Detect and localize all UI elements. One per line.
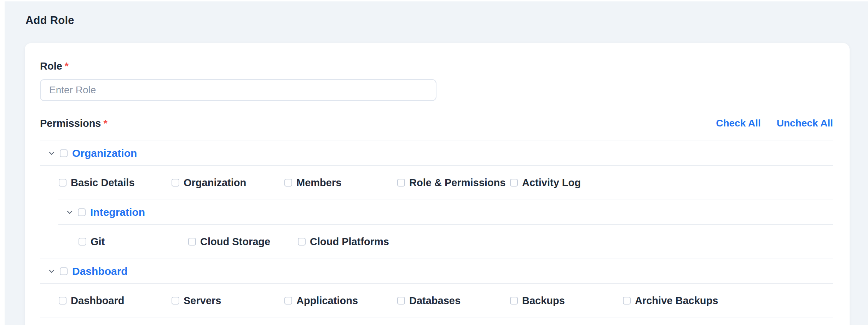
permission-item[interactable]: Basic Details <box>59 177 172 189</box>
permission-group-row: Dashboard <box>40 259 833 283</box>
permission-item[interactable]: Activity Log <box>510 177 623 189</box>
permission-checkbox[interactable] <box>172 179 179 187</box>
permission-label: Dashboard <box>71 295 124 307</box>
permission-group-row: Organization <box>40 141 833 165</box>
permissions-actions: Check All Uncheck All <box>716 118 833 129</box>
permission-label: Databases <box>409 295 461 307</box>
permission-checkbox[interactable] <box>59 297 66 305</box>
permission-item[interactable]: Git <box>79 236 188 248</box>
permission-checkbox[interactable] <box>510 297 518 305</box>
permission-checkbox[interactable] <box>172 297 179 305</box>
permission-checkbox[interactable] <box>298 238 306 246</box>
chevron-down-icon[interactable] <box>65 208 74 217</box>
permission-label: Basic Details <box>71 177 135 189</box>
permissions-tree: OrganizationBasic DetailsOrganizationMem… <box>40 141 833 325</box>
permission-checkbox[interactable] <box>397 179 405 187</box>
permission-label: Role & Permissions <box>409 177 505 189</box>
permission-item[interactable]: Archive Backups <box>623 295 736 307</box>
permission-items-row: DashboardServersApplicationsDatabasesBac… <box>40 283 833 318</box>
required-asterisk: * <box>103 118 107 129</box>
permission-label: Servers <box>184 295 221 307</box>
permission-label: Git <box>91 236 105 248</box>
add-role-card: Role* Permissions* Check All Uncheck All… <box>25 43 850 325</box>
group-label[interactable]: Dashboard <box>72 265 128 277</box>
permission-label: Cloud Storage <box>200 236 270 248</box>
group-checkbox[interactable] <box>60 267 68 275</box>
required-asterisk: * <box>65 60 69 72</box>
uncheck-all-link[interactable]: Uncheck All <box>777 118 833 129</box>
page-title: Add Role <box>25 14 74 27</box>
permission-items-row: GitCloud StorageCloud Platforms <box>58 224 833 259</box>
permission-items-row: Basic DetailsOrganizationMembersRole & P… <box>40 165 833 200</box>
permission-label: Applications <box>296 295 358 307</box>
role-label-text: Role <box>40 60 62 72</box>
permission-item[interactable]: Dashboard <box>59 295 172 307</box>
permission-label: Backups <box>522 295 565 307</box>
permission-item[interactable]: Role & Permissions <box>397 177 510 189</box>
permission-subgroup: IntegrationGitCloud StorageCloud Platfor… <box>58 200 833 259</box>
group-checkbox[interactable] <box>78 208 86 216</box>
group-label[interactable]: Organization <box>72 147 137 159</box>
permission-item[interactable]: Backups <box>510 295 623 307</box>
tree-bottom-divider <box>40 318 833 325</box>
permission-label: Archive Backups <box>635 295 718 307</box>
permission-item[interactable]: Organization <box>172 177 284 189</box>
permissions-label-text: Permissions <box>40 118 101 129</box>
card-content: Role* Permissions* Check All Uncheck All… <box>25 43 850 325</box>
permission-label: Organization <box>184 177 246 189</box>
group-label[interactable]: Integration <box>90 206 145 218</box>
permission-checkbox[interactable] <box>284 179 292 187</box>
chevron-down-icon[interactable] <box>47 267 56 276</box>
permission-checkbox[interactable] <box>79 238 86 246</box>
check-all-link[interactable]: Check All <box>716 118 761 129</box>
role-input[interactable] <box>40 79 436 101</box>
permission-checkbox[interactable] <box>397 297 405 305</box>
permission-item[interactable]: Cloud Storage <box>188 236 298 248</box>
permissions-field-label: Permissions* <box>40 117 108 129</box>
permission-group-row: Integration <box>58 200 833 224</box>
permission-label: Cloud Platforms <box>310 236 389 248</box>
role-field-label: Role* <box>40 60 833 72</box>
page-background: Add Role Role* Permissions* Check All Un… <box>5 1 868 325</box>
group-checkbox[interactable] <box>60 149 68 157</box>
permission-checkbox[interactable] <box>59 179 66 187</box>
permissions-header: Permissions* Check All Uncheck All <box>40 117 833 129</box>
permission-label: Members <box>296 177 341 189</box>
permission-item[interactable]: Cloud Platforms <box>298 236 407 248</box>
permission-checkbox[interactable] <box>623 297 631 305</box>
permission-checkbox[interactable] <box>510 179 518 187</box>
permission-checkbox[interactable] <box>188 238 196 246</box>
permission-checkbox[interactable] <box>284 297 292 305</box>
chevron-down-icon[interactable] <box>47 149 56 158</box>
permission-label: Activity Log <box>522 177 581 189</box>
permission-item[interactable]: Servers <box>172 295 284 307</box>
permission-item[interactable]: Members <box>284 177 397 189</box>
permission-item[interactable]: Applications <box>284 295 397 307</box>
permission-item[interactable]: Databases <box>397 295 510 307</box>
